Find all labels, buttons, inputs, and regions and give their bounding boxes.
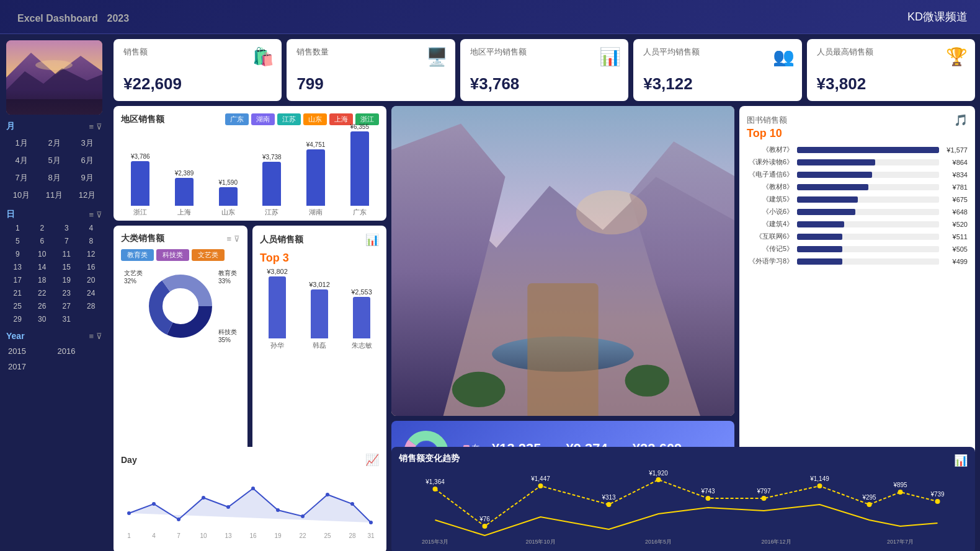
day-cell[interactable]: 17 xyxy=(6,275,29,286)
year-cell[interactable]: 2017 xyxy=(6,360,53,373)
day-cell[interactable]: 10 xyxy=(31,249,54,260)
year-trend-icon[interactable]: 📊 xyxy=(954,454,968,467)
region-tag[interactable]: 广东 xyxy=(225,113,249,125)
calendar-month-section: 月 ≡ ⊽ 1月2月3月4月5月6月7月8月9月10月11月12月 xyxy=(6,121,102,203)
top10-item-name: 《教材7》 xyxy=(747,145,793,154)
year-cell xyxy=(56,360,103,373)
day-cell[interactable]: 13 xyxy=(6,262,29,273)
top10-item: 《小说6》 ¥648 xyxy=(747,207,968,216)
top10-bar-fill xyxy=(797,196,858,203)
cat-filter-icon[interactable]: ⊽ xyxy=(234,234,240,244)
svg-point-49 xyxy=(762,496,767,501)
kpi-label: 地区平均销售额 xyxy=(470,46,618,58)
month-cell[interactable]: 5月 xyxy=(39,153,69,168)
day-cell[interactable]: 22 xyxy=(31,288,54,299)
day-trend-icon[interactable]: 📈 xyxy=(365,453,379,467)
svg-text:19: 19 xyxy=(274,532,282,539)
month-cell[interactable]: 4月 xyxy=(6,153,37,168)
svg-point-22 xyxy=(152,502,156,506)
svg-text:4: 4 xyxy=(152,532,156,539)
day-cell[interactable]: 11 xyxy=(55,249,78,260)
month-cell[interactable]: 7月 xyxy=(6,170,37,185)
day-cell[interactable]: 3 xyxy=(55,223,78,234)
day-cell[interactable]: 12 xyxy=(80,249,103,260)
day-cell[interactable]: 19 xyxy=(55,275,78,286)
day-cell[interactable]: 21 xyxy=(6,288,29,299)
svg-point-31 xyxy=(369,521,373,524)
month-cell[interactable]: 9月 xyxy=(72,170,102,185)
svg-text:¥739: ¥739 xyxy=(930,491,945,498)
day-sort-icon[interactable]: ≡ xyxy=(89,210,94,219)
day-cell[interactable]: 8 xyxy=(80,236,103,247)
sort-icon[interactable]: ≡ xyxy=(89,122,94,131)
day-cell[interactable]: 20 xyxy=(80,275,103,286)
top10-icon[interactable]: 🎵 xyxy=(954,113,968,127)
day-cell[interactable]: 16 xyxy=(80,262,103,273)
donut-label-kj: 科技类35% xyxy=(218,328,237,343)
day-cell[interactable]: 1 xyxy=(6,223,29,234)
year-filter-icon[interactable]: ⊽ xyxy=(96,332,102,341)
day-cell[interactable]: 26 xyxy=(31,301,54,312)
svg-point-30 xyxy=(350,502,354,506)
person-bar-item: ¥3,012 韩磊 xyxy=(302,281,337,350)
svg-text:10: 10 xyxy=(200,532,207,539)
month-cell[interactable]: 12月 xyxy=(72,188,102,203)
month-icons: ≡ ⊽ xyxy=(89,122,102,131)
top10-bar-fill xyxy=(797,221,844,227)
month-cell[interactable]: 1月 xyxy=(6,136,37,151)
cat-tag[interactable]: 科技类 xyxy=(156,249,189,261)
top10-bar-wrap xyxy=(797,184,939,190)
year-cell[interactable]: 2016 xyxy=(56,345,103,358)
day-cell[interactable]: 23 xyxy=(55,288,78,299)
day-cell[interactable]: 9 xyxy=(6,249,29,260)
region-tag[interactable]: 山东 xyxy=(303,113,327,125)
day-cell[interactable]: 25 xyxy=(6,301,29,312)
cat-tag[interactable]: 文艺类 xyxy=(192,249,225,261)
day-cell[interactable]: 29 xyxy=(6,314,29,325)
bar-rect xyxy=(219,187,238,206)
day-cell[interactable]: 27 xyxy=(55,301,78,312)
day-cell[interactable]: 28 xyxy=(80,301,103,312)
bar-value: ¥3,738 xyxy=(262,154,282,161)
cat-sort-icon[interactable]: ≡ xyxy=(226,234,231,244)
person-chart-icon[interactable]: 📊 xyxy=(365,233,379,247)
kpi-icon: 🏆 xyxy=(946,46,968,67)
year-sort-icon[interactable]: ≡ xyxy=(89,332,94,341)
year-cell[interactable]: 2015 xyxy=(6,345,53,358)
kpi-label: 人员平均销售额 xyxy=(643,46,791,58)
day-cell[interactable]: 31 xyxy=(55,314,78,325)
day-cell[interactable]: 5 xyxy=(6,236,29,247)
day-cell[interactable]: 6 xyxy=(31,236,54,247)
year-section: Year ≡ ⊽ 201520162017 xyxy=(6,331,102,373)
day-cell[interactable]: 7 xyxy=(55,236,78,247)
month-cell[interactable]: 6月 xyxy=(72,153,102,168)
month-cell[interactable]: 10月 xyxy=(6,188,37,203)
day-cell[interactable]: 18 xyxy=(31,275,54,286)
filter-icon[interactable]: ⊽ xyxy=(96,122,102,131)
svg-text:31: 31 xyxy=(367,532,375,539)
cat-tag[interactable]: 教育类 xyxy=(121,249,154,261)
person-bar-rect xyxy=(353,297,370,338)
day-cell[interactable]: 15 xyxy=(55,262,78,273)
month-cell[interactable]: 8月 xyxy=(39,170,69,185)
day-cell[interactable]: 24 xyxy=(80,288,103,299)
svg-rect-14 xyxy=(527,283,598,416)
svg-point-45 xyxy=(538,483,543,488)
year-icons: ≡ ⊽ xyxy=(89,332,102,341)
month-cell[interactable]: 3月 xyxy=(72,136,102,151)
region-tag[interactable]: 湖南 xyxy=(251,113,275,125)
day-cell[interactable]: 2 xyxy=(31,223,54,234)
svg-point-21 xyxy=(127,511,131,515)
day-cell[interactable]: 30 xyxy=(31,314,54,325)
month-cell[interactable]: 11月 xyxy=(39,188,69,203)
day-trend-header: Day 📈 xyxy=(121,453,379,467)
kpi-label: 销售额 xyxy=(123,46,272,58)
month-cell[interactable]: 2月 xyxy=(39,136,69,151)
top10-bar-wrap xyxy=(797,258,939,265)
top10-item-amount: ¥648 xyxy=(943,208,968,216)
day-filter-icon[interactable]: ⊽ xyxy=(96,210,102,219)
region-tag[interactable]: 江苏 xyxy=(277,113,301,125)
top10-item-amount: ¥675 xyxy=(943,196,968,203)
day-cell[interactable]: 4 xyxy=(80,223,103,234)
day-cell[interactable]: 14 xyxy=(31,262,54,273)
